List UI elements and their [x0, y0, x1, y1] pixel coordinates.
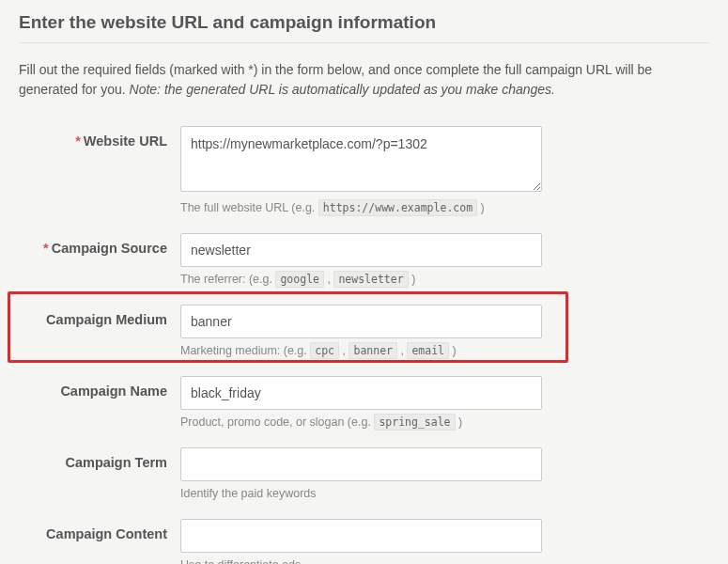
- input-campaign-medium[interactable]: [180, 305, 542, 338]
- help-text-span: The full website URL (e.g.: [180, 201, 318, 214]
- label-campaign-source: *Campaign Source: [19, 233, 180, 256]
- label-campaign-name: Campaign Name: [19, 376, 180, 399]
- help-code: cpc: [310, 342, 339, 359]
- input-website-url[interactable]: [180, 126, 542, 192]
- row-website-url: *Website URL The full website URL (e.g. …: [19, 126, 709, 214]
- label-text-campaign-term: Campaign Term: [65, 455, 167, 470]
- help-text-span: ,: [324, 273, 333, 286]
- help-text-span: Marketing medium: (e.g.: [180, 344, 310, 357]
- page-title: Enter the website URL and campaign infor…: [19, 0, 709, 43]
- row-campaign-source: *Campaign Source The referrer: (e.g. goo…: [19, 233, 709, 286]
- intro-text: Fill out the required fields (marked wit…: [19, 60, 709, 100]
- label-text-campaign-medium: Campaign Medium: [46, 312, 167, 327]
- help-website-url: The full website URL (e.g. https://www.e…: [180, 201, 556, 214]
- row-campaign-name: Campaign Name Product, promo code, or sl…: [19, 376, 709, 429]
- help-code: newsletter: [333, 271, 408, 288]
- help-text-span: ): [456, 415, 463, 429]
- label-campaign-term: Campaign Term: [19, 447, 180, 470]
- help-text-span: ): [477, 201, 485, 214]
- required-star: *: [43, 241, 49, 256]
- row-campaign-term: Campaign Term Identify the paid keywords: [19, 447, 709, 500]
- help-code: banner: [349, 342, 397, 359]
- help-text-span: Product, promo code, or slogan (e.g.: [180, 415, 374, 429]
- label-website-url: *Website URL: [19, 126, 180, 149]
- help-code: spring_sale: [374, 414, 455, 431]
- intro-note: Note: the generated URL is automatically…: [130, 82, 555, 97]
- row-campaign-content: Campaign Content Use to differentiate ad…: [19, 519, 709, 564]
- help-text-span: ,: [397, 344, 407, 357]
- campaign-form: *Website URL The full website URL (e.g. …: [19, 126, 709, 564]
- help-text-span: The referrer: (e.g.: [180, 273, 275, 286]
- help-code: google: [275, 271, 324, 288]
- help-campaign-name: Product, promo code, or slogan (e.g. spr…: [180, 415, 556, 429]
- input-campaign-name[interactable]: [180, 376, 542, 410]
- input-campaign-source[interactable]: [180, 233, 542, 267]
- help-code: https://www.example.com: [318, 199, 477, 216]
- row-campaign-medium: Campaign Medium Marketing medium: (e.g. …: [19, 305, 709, 357]
- input-campaign-content[interactable]: [180, 519, 542, 553]
- help-text-span: ): [449, 344, 457, 357]
- help-campaign-medium: Marketing medium: (e.g. cpc , banner , e…: [180, 344, 556, 357]
- help-code: email: [407, 342, 449, 359]
- help-text-span: ,: [339, 344, 349, 357]
- label-campaign-medium: Campaign Medium: [19, 305, 180, 327]
- label-campaign-content: Campaign Content: [19, 519, 180, 541]
- help-campaign-term: Identify the paid keywords: [180, 487, 556, 500]
- help-campaign-source: The referrer: (e.g. google , newsletter …: [180, 273, 556, 286]
- label-text-website-url: Website URL: [84, 133, 167, 149]
- help-text-span: ): [409, 273, 416, 286]
- label-text-campaign-content: Campaign Content: [46, 526, 167, 541]
- label-text-campaign-source: Campaign Source: [52, 241, 167, 256]
- input-campaign-term[interactable]: [180, 447, 542, 481]
- label-text-campaign-name: Campaign Name: [60, 384, 167, 399]
- required-star: *: [75, 133, 81, 149]
- help-campaign-content: Use to differentiate ads: [180, 558, 556, 564]
